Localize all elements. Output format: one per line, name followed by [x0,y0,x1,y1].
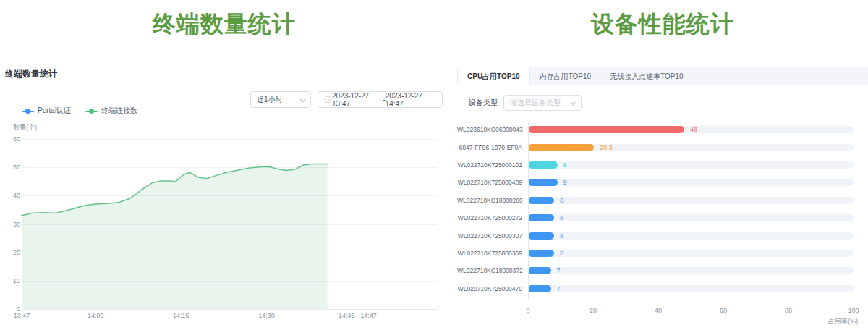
bar-track: 9 [528,179,854,186]
x-tick-label: 0 [526,307,529,314]
legend-label: 终端连接数 [101,106,137,116]
x-tick-label: 80 [785,307,792,314]
bar-row: WL022710KC180003727 [457,262,868,279]
bar-track: 8 [528,214,854,221]
bar-row: WL022710K7250004707 [457,280,868,297]
tab-cpu-top10[interactable]: CPU占用TOP10 [457,67,530,85]
bar-category-label: WL022710K725000470 [457,285,527,292]
gridline [22,253,437,253]
bar-track: 48 [528,126,854,133]
legend-item-portal-auth[interactable]: Portal认证 [22,106,71,116]
legend-marker-icon [22,109,34,114]
series-area-fill [22,164,328,310]
device-type-filter: 设备类型 请选择设备类型 [469,95,582,111]
legend-item-terminal-connections[interactable]: 终端连接数 [85,106,137,116]
x-tick-label: 14:15 [173,312,190,319]
bar-row: WL023610KC0600004348 [457,121,868,138]
legend-marker-icon [85,109,98,114]
device-type-placeholder: 请选择设备类型 [510,98,561,108]
time-range-select[interactable]: 近1小时 [250,91,311,108]
bar-category-label: 6047-FF96-1070-EF0A [457,144,527,151]
x-tick-label: 100 [848,307,859,314]
x-tick-label: 60 [720,307,727,314]
bar [528,285,551,292]
y-tick-label: 40 [0,192,20,199]
bar-row: WL022710K7250001029 [457,156,868,174]
bar-value-label: 20.3 [600,144,613,151]
bar-track: 8 [528,197,854,204]
x-tick-label: 14:00 [88,312,104,319]
bar-chart-axis-line [528,122,529,300]
bar-value-label: 48 [690,126,697,133]
device-performance-section: 设备性能统计 CPU占用TOP10 内存占用TOP10 无线接入点速率TOP10… [457,0,868,330]
bar [528,232,554,240]
left-section-title: 终端数量统计 [0,9,448,41]
date-range-picker[interactable]: 2023-12-27 13:47 - 2023-12-27 14:47 [318,91,443,108]
bar-category-label: WL022710KC18000372 [457,267,527,274]
chevron-down-icon [299,96,305,102]
bar-track: 9 [528,161,854,169]
date-range-start: 2023-12-27 13:47 [332,92,383,108]
bar-value-label: 7 [557,285,561,292]
bar [528,144,594,151]
bar-category-label: WL022710KC18000280 [457,197,527,204]
bar [528,161,558,169]
bar [528,179,558,186]
bar-category-label: WL023610KC06000043 [457,126,527,133]
bar-track: 8 [528,232,854,240]
series-line [22,164,328,216]
bar-track: 7 [528,267,854,274]
bar-row: 6047-FF96-1070-EF0A20.3 [457,138,868,156]
bar-rows: WL023610KC06000043486047-FF96-1070-EF0A2… [457,121,868,297]
bar-category-label: WL022710K725000307 [457,232,527,240]
bar-value-label: 8 [560,214,563,221]
bar [528,250,554,257]
left-y-labels: 6050403020100 [0,0,20,330]
gridline [22,224,437,225]
bar [528,126,684,133]
date-range-end: 2023-12-27 14:47 [386,92,436,108]
bar-category-label: WL022710K725000102 [457,161,527,169]
gridline [22,281,437,282]
tab-bar: CPU占用TOP10 内存占用TOP10 无线接入点速率TOP10 [457,67,868,85]
bar-row: WL022710KC180002808 [457,192,868,209]
bar [528,197,554,204]
x-tick-label: 40 [655,307,662,314]
tab-wireless-rate-top10[interactable]: 无线接入点速率TOP10 [600,67,693,85]
y-tick-label: 20 [0,249,20,256]
bar-category-label: WL022710K725000409 [457,179,527,186]
bar-row: WL022710K7250004099 [457,174,868,191]
bar-value-label: 9 [563,161,567,169]
y-tick-label: 50 [0,164,20,171]
x-tick-label: 14:47 [360,312,377,319]
x-tick-label: 14:30 [258,312,275,319]
gridline [22,167,437,168]
bar-value-label: 7 [557,267,561,274]
tab-memory-top10[interactable]: 内存占用TOP10 [530,67,601,85]
bar-category-label: WL022710K725000272 [457,214,527,221]
bar-track: 7 [528,285,854,292]
x-tick-label: 13:47 [14,312,30,319]
legend: Portal认证 终端连接数 [22,106,137,116]
bar [528,267,551,274]
legend-label: Portal认证 [38,106,71,116]
gridline [22,139,437,140]
bar [528,214,554,221]
left-x-labels: 13:4714:0014:1514:3014:4514:47 [0,312,448,322]
device-type-label: 设备类型 [469,98,498,108]
gridline [22,309,437,310]
device-type-select[interactable]: 请选择设备类型 [503,95,582,111]
x-tick-label: 14:45 [339,312,355,319]
bar-value-label: 8 [560,197,563,204]
y-tick-label: 10 [0,277,20,284]
right-section-title: 设备性能统计 [457,9,868,41]
bar-row: WL022710K7250003078 [457,227,868,244]
gridline [22,195,437,196]
bar-row: WL022710K7250003698 [457,245,868,262]
y-tick-label: 60 [0,135,20,143]
terminal-count-section: 终端数量统计 终端数量统计 近1小时 2023-12-27 13:47 - 20… [0,0,448,330]
bar-track: 20.3 [528,144,854,151]
time-range-value: 近1小时 [257,95,283,105]
y-tick-label: 30 [0,221,20,228]
bar-track: 8 [528,250,854,257]
